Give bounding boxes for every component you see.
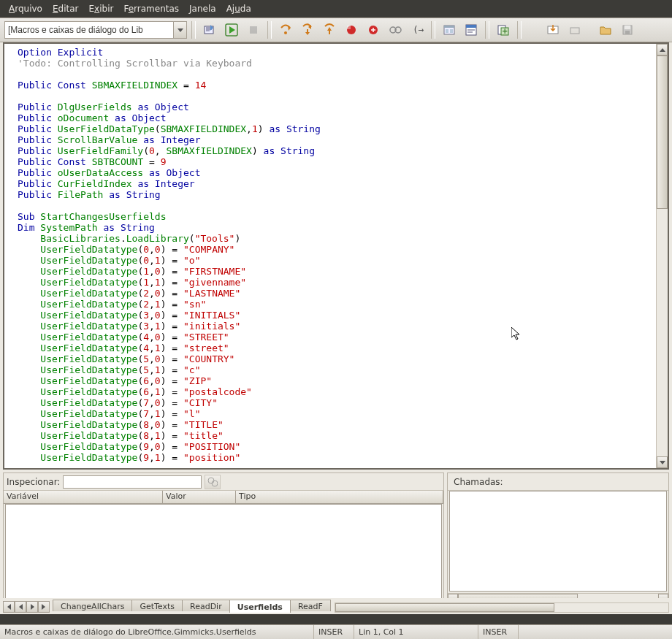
calls-body[interactable] <box>449 491 667 592</box>
watch-column-headers: Variável Valor Tipo <box>4 491 443 504</box>
scroll-down-button[interactable] <box>657 456 668 468</box>
module-tab-strip: ChangeAllCharsGetTextsReadDirUserfieldsR… <box>3 598 669 613</box>
watch-pane-header: Inspecionar: <box>4 473 443 491</box>
status-mode2[interactable]: INSER <box>478 625 519 639</box>
watch-button[interactable] <box>386 20 405 39</box>
code-editor[interactable]: Option Explicit 'Todo: Controlling Scrol… <box>4 44 656 468</box>
calls-pane-header: Chamadas: <box>448 473 668 491</box>
tab-readdir[interactable]: ReadDir <box>182 600 230 611</box>
toolbar-separator <box>431 21 435 39</box>
toolbar-separator <box>191 21 196 39</box>
svg-rect-12 <box>446 29 448 33</box>
svg-point-25 <box>212 481 218 486</box>
tab-next-button[interactable] <box>26 601 38 613</box>
watch-input[interactable] <box>63 475 202 489</box>
toolbar-separator <box>267 21 272 39</box>
svg-rect-20 <box>570 28 579 34</box>
step-over-button[interactable] <box>276 20 295 39</box>
tab-hscroll-thumb[interactable] <box>335 603 554 612</box>
modules-button[interactable]: + <box>494 20 513 39</box>
library-combo[interactable] <box>4 21 187 39</box>
menu-editar[interactable]: Editar <box>48 2 83 15</box>
compile-button[interactable] <box>200 20 219 39</box>
find-parens-button[interactable]: (→) <box>408 20 427 39</box>
col-variable[interactable]: Variável <box>4 491 163 503</box>
export-button[interactable] <box>565 20 584 39</box>
watch-pane: Inspecionar: Variável Valor Tipo <box>3 472 444 604</box>
scroll-thumb[interactable] <box>657 56 668 209</box>
svg-rect-22 <box>625 26 630 29</box>
svg-rect-2 <box>250 26 257 34</box>
tab-hscroll[interactable] <box>335 602 669 613</box>
select-macro-button[interactable] <box>462 20 481 39</box>
tab-changeallchars[interactable]: ChangeAllChars <box>53 600 132 611</box>
tab-nav <box>3 601 50 613</box>
breakpoint-toggle-button[interactable] <box>342 20 361 39</box>
breakpoints-manage-button[interactable] <box>364 20 383 39</box>
tab-prev-button[interactable] <box>15 601 26 613</box>
svg-rect-15 <box>466 25 476 28</box>
module-catalog-button[interactable] <box>440 20 459 39</box>
work-area: Option Explicit 'Todo: Controlling Scrol… <box>0 42 672 614</box>
toolbar-separator <box>485 21 489 39</box>
save-basic-button[interactable] <box>618 20 637 39</box>
tab-last-button[interactable] <box>38 601 50 613</box>
watch-label: Inspecionar: <box>7 477 60 487</box>
svg-point-24 <box>208 478 214 483</box>
svg-text:+: + <box>502 27 508 35</box>
menu-bar: Arquivo Editar Exibir Ferramentas Janela… <box>0 0 672 18</box>
tab-first-button[interactable] <box>3 601 15 613</box>
svg-rect-13 <box>450 29 453 33</box>
menu-janela[interactable]: Janela <box>185 2 221 15</box>
menu-ajuda[interactable]: Ajuda <box>222 2 256 15</box>
col-type[interactable]: Tipo <box>236 491 443 503</box>
step-into-button[interactable] <box>298 20 317 39</box>
library-combo-dropdown[interactable] <box>173 22 186 38</box>
tab-userfields[interactable]: Userfields <box>229 600 291 613</box>
status-mode1[interactable]: INSER <box>314 625 354 639</box>
col-value[interactable]: Valor <box>163 491 236 503</box>
toolbar-separator <box>517 21 522 39</box>
tab-gettexts[interactable]: GetTexts <box>131 600 183 611</box>
menu-arquivo[interactable]: Arquivo <box>4 2 47 15</box>
calls-pane: Chamadas: <box>447 472 669 604</box>
step-out-button[interactable] <box>320 20 339 39</box>
run-button[interactable] <box>222 20 241 39</box>
status-bar: Macros e caixas de diálogo do LibreOffic… <box>0 624 672 639</box>
svg-text:(→): (→) <box>413 24 424 35</box>
svg-point-3 <box>284 31 287 34</box>
status-path: Macros e caixas de diálogo do LibreOffic… <box>0 625 314 639</box>
status-position: Lin 1, Col 1 <box>354 625 478 639</box>
menu-exibir[interactable]: Exibir <box>85 2 118 15</box>
library-combo-input[interactable] <box>5 22 173 38</box>
watch-remove-button[interactable] <box>205 475 221 489</box>
import-button[interactable] <box>543 20 562 39</box>
status-spacer <box>519 625 672 639</box>
code-editor-frame: Option Explicit 'Todo: Controlling Scrol… <box>3 42 669 470</box>
bottom-panes: Inspecionar: Variável Valor Tipo Chamada… <box>3 472 669 604</box>
svg-rect-11 <box>444 26 454 28</box>
menu-ferramentas[interactable]: Ferramentas <box>119 2 183 15</box>
open-folder-button[interactable] <box>596 20 615 39</box>
calls-label: Chamadas: <box>451 475 506 489</box>
svg-rect-23 <box>625 31 630 34</box>
toolbar: (→) + <box>0 18 672 42</box>
stop-button[interactable] <box>244 20 263 39</box>
watch-body[interactable] <box>5 504 442 602</box>
svg-rect-5 <box>347 26 351 29</box>
editor-vertical-scrollbar[interactable] <box>656 44 668 468</box>
scroll-up-button[interactable] <box>657 44 668 56</box>
tab-readf[interactable]: ReadF <box>290 600 331 611</box>
